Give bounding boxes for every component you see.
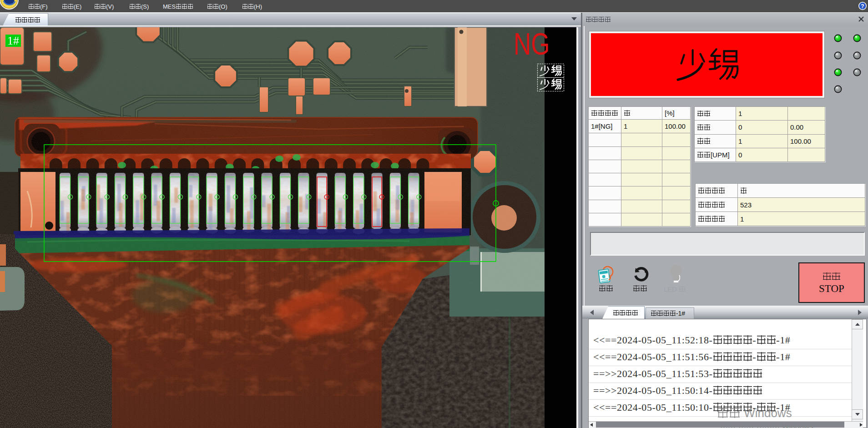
svg-text:1#: 1# [7, 34, 19, 47]
svg-text:?: ? [861, 3, 864, 10]
svg-text:NG: NG [514, 27, 550, 61]
